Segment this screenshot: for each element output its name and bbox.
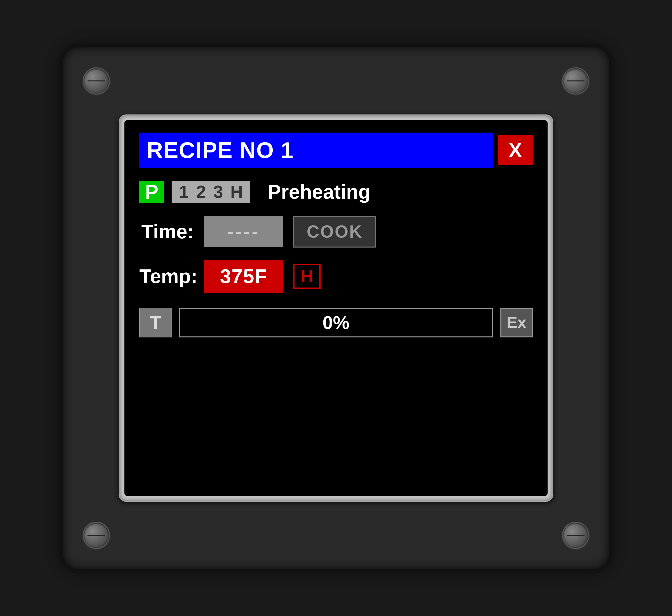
temp-row: Temp: 375F H bbox=[139, 260, 533, 293]
steps-container: 1 2 3 H bbox=[172, 181, 250, 203]
screw-bottom-left bbox=[83, 522, 110, 549]
display-screen: RECIPE NO 1 X P 1 2 3 H Preheating Time:… bbox=[124, 120, 548, 496]
time-display: ---- bbox=[204, 216, 283, 247]
step-h[interactable]: H bbox=[230, 182, 243, 202]
temp-label: Temp: bbox=[139, 265, 194, 288]
screw-top-right bbox=[562, 67, 589, 95]
screen-bezel: RECIPE NO 1 X P 1 2 3 H Preheating Time:… bbox=[119, 114, 553, 502]
time-label: Time: bbox=[139, 220, 194, 243]
progress-display: 0% bbox=[179, 308, 493, 337]
t-button[interactable]: T bbox=[139, 308, 172, 337]
title-row: RECIPE NO 1 X bbox=[139, 133, 533, 168]
step-3[interactable]: 3 bbox=[213, 182, 223, 202]
status-text: Preheating bbox=[268, 181, 370, 203]
screw-top-left bbox=[83, 67, 110, 95]
step-p-indicator[interactable]: P bbox=[139, 181, 164, 203]
bottom-row: T 0% Ex bbox=[139, 308, 533, 337]
steps-row: P 1 2 3 H Preheating bbox=[139, 181, 533, 203]
screw-bottom-right bbox=[562, 522, 589, 549]
temp-display: 375F bbox=[204, 260, 283, 293]
ex-button[interactable]: Ex bbox=[500, 308, 533, 337]
h-indicator: H bbox=[293, 264, 321, 289]
cook-button[interactable]: COOK bbox=[293, 216, 376, 248]
control-panel: RECIPE NO 1 X P 1 2 3 H Preheating Time:… bbox=[63, 47, 609, 569]
time-row: Time: ---- COOK bbox=[139, 216, 533, 248]
step-1[interactable]: 1 bbox=[179, 182, 189, 202]
step-2[interactable]: 2 bbox=[196, 182, 206, 202]
recipe-title: RECIPE NO 1 bbox=[139, 133, 493, 168]
close-button[interactable]: X bbox=[498, 135, 533, 165]
